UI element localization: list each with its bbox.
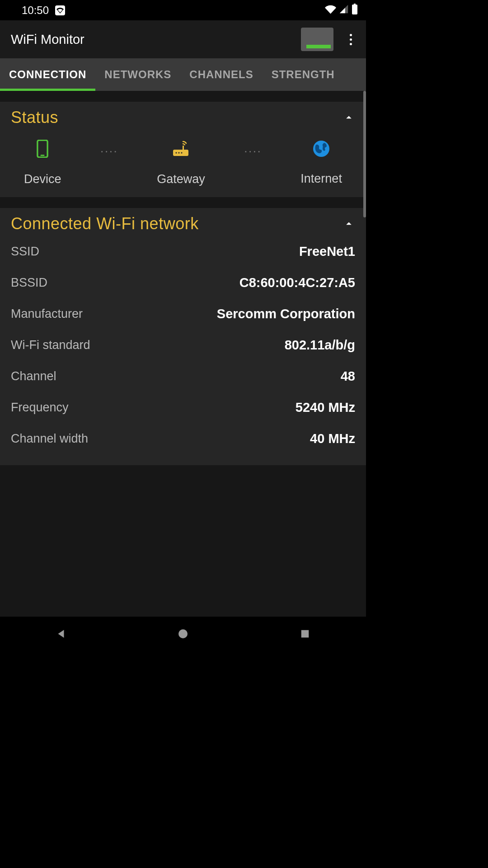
router-icon xyxy=(171,140,190,160)
svg-rect-1 xyxy=(41,155,45,156)
detail-value: 802.11a/b/g xyxy=(285,338,355,353)
tab-connection[interactable]: CONNECTION xyxy=(0,58,95,91)
tab-strength[interactable]: STRENGTH xyxy=(263,58,344,91)
status-gateway-label: Gateway xyxy=(157,172,205,186)
overflow-menu-button[interactable] xyxy=(341,29,361,49)
nav-back-button[interactable] xyxy=(51,624,71,644)
detail-row-ssid[interactable]: SSID FreeNet1 xyxy=(0,236,366,267)
chevron-up-icon xyxy=(343,111,355,124)
more-vert-icon xyxy=(350,34,352,45)
detail-value: Sercomm Corporation xyxy=(217,307,355,321)
connection-dots-icon: ···· xyxy=(244,145,262,182)
network-card-header[interactable]: Connected Wi-Fi network xyxy=(0,208,366,236)
scrollbar-thumb[interactable] xyxy=(363,91,366,217)
detail-label: Wi-Fi standard xyxy=(11,338,90,352)
status-gateway: Gateway xyxy=(157,140,205,186)
tab-bar: CONNECTION NETWORKS CHANNELS STRENGTH xyxy=(0,58,366,91)
detail-label: Channel width xyxy=(11,432,88,446)
detail-value: 48 xyxy=(341,369,355,384)
svg-rect-3 xyxy=(173,150,188,156)
detail-row-wifi-standard[interactable]: Wi-Fi standard 802.11a/b/g xyxy=(0,330,366,361)
svg-point-5 xyxy=(178,152,180,153)
detail-label: BSSID xyxy=(11,276,47,290)
network-card-title: Connected Wi-Fi network xyxy=(11,214,199,233)
wifi-icon xyxy=(325,4,336,17)
content-scroll[interactable]: Status Device ···· xyxy=(0,91,366,617)
globe-icon xyxy=(313,140,330,159)
status-device: Device xyxy=(24,140,61,186)
svg-point-4 xyxy=(176,152,177,153)
tab-label: CONNECTION xyxy=(9,68,86,81)
chevron-up-icon xyxy=(343,217,355,230)
detail-value: 5240 MHz xyxy=(296,400,355,415)
square-recents-icon xyxy=(300,629,310,639)
tab-label: NETWORKS xyxy=(104,68,171,81)
android-statusbar: 10:50 xyxy=(0,0,366,20)
detail-label: Frequency xyxy=(11,401,69,415)
status-internet-label: Internet xyxy=(300,172,342,186)
signal-sparkline-button[interactable] xyxy=(301,28,333,51)
status-device-label: Device xyxy=(24,172,61,186)
detail-label: SSID xyxy=(11,245,39,259)
nav-recents-button[interactable] xyxy=(295,624,315,644)
svg-rect-0 xyxy=(38,140,47,157)
status-row: Device ···· Gateway ···· xyxy=(0,130,366,186)
triangle-back-icon xyxy=(55,628,67,640)
detail-row-bssid[interactable]: BSSID C8:60:00:4C:27:A5 xyxy=(0,267,366,298)
app-bar: WiFi Monitor xyxy=(0,20,366,58)
nav-home-button[interactable] xyxy=(173,624,193,644)
status-card: Status Device ···· xyxy=(0,102,366,197)
statusbar-time: 10:50 xyxy=(22,4,49,17)
circle-home-icon xyxy=(178,628,188,639)
svg-rect-2 xyxy=(183,146,184,150)
detail-row-frequency[interactable]: Frequency 5240 MHz xyxy=(0,392,366,423)
tab-label: STRENGTH xyxy=(272,68,335,81)
detail-value: FreeNet1 xyxy=(299,244,355,259)
android-navbar xyxy=(0,617,366,651)
detail-row-channel[interactable]: Channel 48 xyxy=(0,361,366,392)
svg-rect-9 xyxy=(301,630,309,638)
battery-icon xyxy=(352,4,358,17)
detail-row-channel-width[interactable]: Channel width 40 MHz xyxy=(0,423,366,454)
status-internet: Internet xyxy=(300,140,342,186)
cell-signal-icon xyxy=(339,4,349,17)
wifi-monitor-notif-icon xyxy=(55,5,65,15)
tab-networks[interactable]: NETWORKS xyxy=(95,58,180,91)
tab-label: CHANNELS xyxy=(189,68,253,81)
detail-label: Manufacturer xyxy=(11,307,83,321)
detail-label: Channel xyxy=(11,369,56,383)
app-title: WiFi Monitor xyxy=(11,32,294,47)
svg-point-8 xyxy=(178,629,188,638)
network-card: Connected Wi-Fi network SSID FreeNet1 BS… xyxy=(0,208,366,465)
connection-dots-icon: ···· xyxy=(100,145,118,182)
detail-row-manufacturer[interactable]: Manufacturer Sercomm Corporation xyxy=(0,298,366,330)
phone-icon xyxy=(36,140,49,160)
status-card-header[interactable]: Status xyxy=(0,102,366,130)
detail-value: C8:60:00:4C:27:A5 xyxy=(239,275,355,290)
status-card-title: Status xyxy=(11,108,58,127)
detail-value: 40 MHz xyxy=(310,431,355,446)
tab-channels[interactable]: CHANNELS xyxy=(180,58,262,91)
svg-point-6 xyxy=(181,152,183,153)
